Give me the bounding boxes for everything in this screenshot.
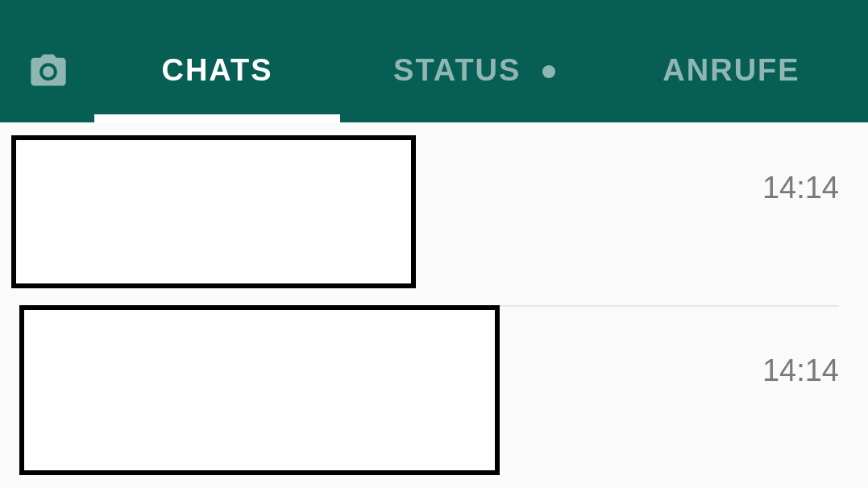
tab-label: ANRUFE [662,53,799,88]
redacted-chat-content [19,305,500,475]
chat-timestamp: 14:14 [762,171,839,205]
camera-icon [24,49,73,91]
chat-timestamp: 14:14 [762,354,839,388]
app-header: CHATS STATUS ANRUFE [0,0,868,122]
tab-status-text: STATUS [393,53,521,87]
tab-camera[interactable] [8,18,89,122]
tab-label: STATUS [393,53,555,88]
tab-calls[interactable]: ANRUFE [603,18,860,122]
tab-label: CHATS [161,53,272,88]
redacted-chat-content [11,135,416,288]
tab-bar: CHATS STATUS ANRUFE [0,18,868,122]
tab-chats[interactable]: CHATS [89,18,346,122]
chat-row[interactable]: 14:14 [0,305,868,488]
status-bar-spacer [0,0,868,18]
tab-status[interactable]: STATUS [346,18,603,122]
status-indicator-dot-icon [542,65,555,78]
tabs-area: CHATS STATUS ANRUFE [89,18,860,122]
chat-row[interactable]: 14:14 [0,122,868,305]
chat-list: 14:14 14:14 [0,122,868,488]
